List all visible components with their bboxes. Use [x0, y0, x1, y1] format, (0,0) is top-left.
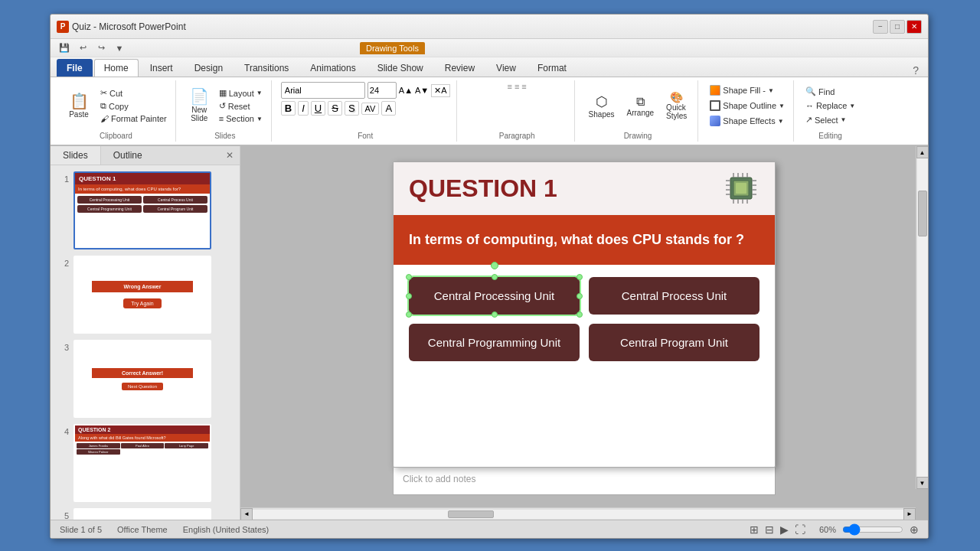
s3-btn: Next Question — [122, 383, 163, 390]
zoom-slider[interactable] — [842, 523, 903, 536]
copy-button[interactable]: ⧉ Copy — [98, 100, 169, 112]
slide-thumb-3[interactable]: 3 Correct Answer! Next Question — [57, 340, 234, 418]
section-button[interactable]: ≡ Section ▼ — [217, 113, 265, 124]
underline-button[interactable]: U — [311, 101, 325, 116]
answer-text-3: Central Programming Unit — [428, 336, 560, 349]
shape-outline-button[interactable]: Shape Outline ▼ — [707, 99, 787, 112]
scroll-thumb[interactable] — [918, 191, 927, 236]
slide-thumb-2[interactable]: 2 Wrong Answer Try Again — [57, 256, 234, 334]
slide-header: QUESTION 1 — [394, 162, 775, 215]
font-size-decrease[interactable]: A▼ — [415, 86, 429, 95]
slide-num-1: 1 — [57, 171, 69, 184]
h-scroll-thumb[interactable] — [448, 510, 494, 518]
close-button[interactable]: ✕ — [906, 20, 922, 34]
shape-effects-button[interactable]: Shape Effects ▼ — [707, 115, 787, 127]
title-bar: P Quiz - Microsoft PowerPoint − □ ✕ — [51, 15, 928, 39]
shape-tools: Shape Fill - ▼ Shape Outline ▼ Shape Eff… — [707, 84, 787, 127]
maximize-button[interactable]: □ — [890, 20, 905, 34]
s1-title: QUESTION 1 — [75, 173, 210, 184]
reading-view-btn[interactable]: ▶ — [780, 523, 789, 536]
char-spacing[interactable]: AV — [361, 103, 380, 115]
slide-sorter-btn[interactable]: ⊟ — [765, 523, 774, 536]
format-painter-label: Format Painter — [111, 114, 167, 123]
normal-view-btn[interactable]: ⊞ — [750, 523, 759, 536]
new-slide-label: NewSlide — [191, 106, 207, 122]
ribbon: 📋 Paste ✂ Cut ⧉ Copy 🖌 Format Painter — [51, 77, 928, 146]
shape-fill-dropdown: ▼ — [768, 87, 774, 94]
shape-outline-dropdown: ▼ — [779, 103, 785, 109]
answer-text-4: Central Program Unit — [620, 336, 728, 349]
format-painter-button[interactable]: 🖌 Format Painter — [98, 113, 169, 124]
save-button[interactable]: 💾 — [57, 41, 72, 55]
shape-fill-button[interactable]: Shape Fill - ▼ — [707, 84, 787, 96]
select-button[interactable]: ↗ Select ▼ — [803, 114, 858, 126]
tab-view[interactable]: View — [486, 59, 526, 77]
bold-button[interactable]: B — [281, 101, 296, 116]
slides-list: 1 QUESTION 1 In terms of computing, what… — [51, 165, 240, 520]
font-group: A▲ A▼ ✕A B I U S S AV A Font — [275, 80, 457, 142]
qat-dropdown[interactable]: ▼ — [112, 41, 127, 55]
arrange-button[interactable]: ⧉ Arrange — [622, 92, 659, 120]
tab-animations[interactable]: Animations — [300, 59, 365, 77]
slide-thumb-4[interactable]: 4 QUESTION 2 Along with what did Bill Ga… — [57, 424, 234, 502]
font-color[interactable]: A — [381, 101, 396, 116]
tab-insert[interactable]: Insert — [140, 59, 183, 77]
svg-rect-2 — [736, 183, 746, 194]
slideshow-btn[interactable]: ⛶ — [795, 523, 805, 536]
scroll-left-button[interactable]: ◄ — [240, 508, 253, 520]
answer-button-3[interactable]: Central Programming Unit — [409, 324, 580, 361]
layout-button[interactable]: ▦ Layout ▼ — [217, 87, 265, 99]
zoom-label: 60% — [819, 525, 836, 534]
shapes-button[interactable]: ⬡ Shapes — [584, 90, 619, 122]
help-icon[interactable]: ? — [913, 64, 919, 77]
answer-button-4[interactable]: Central Program Unit — [589, 324, 760, 361]
zoom-fit-btn[interactable]: ⊕ — [910, 523, 919, 536]
tab-slideshow[interactable]: Slide Show — [368, 59, 433, 77]
notes-area[interactable]: Click to add notes — [393, 468, 776, 495]
font-size-input[interactable] — [368, 82, 397, 99]
shadow-button[interactable]: S — [345, 101, 359, 116]
paste-button[interactable]: 📋 Paste — [63, 90, 95, 122]
find-button[interactable]: 🔍 Find — [803, 86, 858, 97]
slide-num-4: 4 — [57, 424, 69, 436]
outline-tab[interactable]: Outline — [101, 146, 155, 165]
status-bar: Slide 1 of 5 Office Theme English (Unite… — [51, 520, 928, 538]
tab-design[interactable]: Design — [185, 59, 233, 77]
tab-home[interactable]: Home — [94, 59, 139, 77]
new-slide-button[interactable]: 📄 NewSlide — [185, 86, 214, 126]
italic-button[interactable]: I — [298, 101, 309, 116]
reset-button[interactable]: ↺ Reset — [217, 100, 265, 112]
quick-styles-icon: 🎨 — [670, 91, 683, 103]
tab-file[interactable]: File — [57, 59, 93, 77]
font-size-increase[interactable]: A▲ — [399, 86, 413, 95]
answer-button-1[interactable]: Central Processing Unit — [409, 277, 580, 315]
replace-button[interactable]: ↔ Replace ▼ — [803, 100, 858, 111]
shape-effects-icon — [710, 116, 720, 126]
redo-button[interactable]: ↪ — [93, 41, 109, 55]
question-bar: In terms of computing, what does CPU sta… — [394, 215, 775, 265]
slide-panel-close[interactable]: ✕ — [220, 146, 240, 165]
handle-top-middle — [492, 274, 498, 280]
scroll-down-button[interactable]: ▼ — [916, 477, 929, 489]
slide-thumb-5[interactable]: 5 Congratulations! Replay — [57, 508, 234, 520]
cut-button[interactable]: ✂ Cut — [98, 87, 169, 99]
strikethrough-button[interactable]: S — [328, 101, 342, 116]
tab-review[interactable]: Review — [435, 59, 485, 77]
quick-styles-button[interactable]: 🎨 QuickStyles — [662, 88, 691, 123]
scroll-up-button[interactable]: ▲ — [916, 146, 929, 158]
tab-format[interactable]: Format — [528, 59, 577, 77]
slide-preview-5: Congratulations! Replay — [74, 508, 211, 520]
slide-count: Slide 1 of 5 — [60, 525, 102, 534]
select-label: Select — [815, 116, 838, 125]
slide-preview-2: Wrong Answer Try Again — [74, 256, 211, 334]
answer-button-2[interactable]: Central Process Unit — [589, 277, 760, 315]
shape-effects-label: Shape Effects — [723, 116, 775, 126]
slides-tab[interactable]: Slides — [51, 146, 101, 165]
clear-formatting[interactable]: ✕A — [431, 84, 449, 97]
slide-thumb-1[interactable]: 1 QUESTION 1 In terms of computing, what… — [57, 171, 234, 249]
minimize-button[interactable]: − — [873, 20, 888, 34]
tab-transitions[interactable]: Transitions — [234, 59, 299, 77]
scroll-right-button[interactable]: ► — [903, 508, 916, 520]
undo-button[interactable]: ↩ — [75, 41, 90, 55]
font-family-input[interactable] — [281, 82, 365, 99]
